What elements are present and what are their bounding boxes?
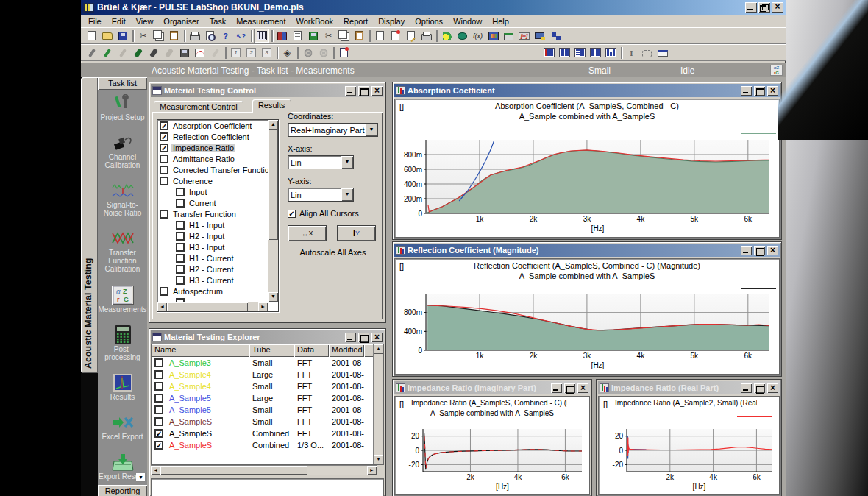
align-cursors-checkbox[interactable]: ✓: [288, 210, 296, 218]
report-edit-icon[interactable]: [403, 29, 419, 43]
task-item-measurements[interactable]: αZrGMeasurements: [98, 286, 147, 313]
balance-icon[interactable]: ◈: [280, 46, 295, 60]
close-button[interactable]: [767, 86, 778, 96]
open-icon[interactable]: [99, 29, 115, 43]
menu-edit[interactable]: Edit: [107, 16, 131, 26]
speaker-mute-icon[interactable]: [316, 46, 331, 60]
layout-single-icon[interactable]: [541, 46, 557, 60]
report-print-icon[interactable]: [419, 29, 434, 43]
result-item-checkbox[interactable]: ✓: [160, 144, 168, 152]
reflection-titlebar[interactable]: Reflection Coefficient (Magnitude): [394, 244, 780, 257]
table-row[interactable]: A_Sample5LargeFFT2001-08-21 ..: [152, 392, 383, 404]
scroll-thumb[interactable]: [167, 302, 248, 311]
table-row[interactable]: ✓A_SampleSCombinedFFT2001-08-21 ..: [152, 428, 383, 439]
layout-grid-icon[interactable]: [572, 46, 588, 60]
result-list-item[interactable]: H1 - Input: [157, 219, 278, 230]
result-list-item[interactable]: H1 - Current: [157, 252, 278, 263]
explorer-close-button[interactable]: [371, 333, 383, 342]
print-icon[interactable]: [187, 29, 202, 43]
scroll-left-arrow[interactable]: ◄: [157, 302, 167, 311]
pin-disabled-icon[interactable]: [115, 46, 130, 60]
minimize-button[interactable]: [745, 2, 757, 13]
clipboard-new-icon[interactable]: [336, 46, 352, 60]
multimedia-icon[interactable]: [485, 29, 501, 43]
task-list-button[interactable]: Task list: [98, 77, 147, 90]
menu-view[interactable]: View: [131, 16, 159, 26]
paste-measurement-icon[interactable]: [352, 29, 367, 43]
scroll-left-arrow[interactable]: ◄: [151, 466, 160, 475]
result-item-checkbox[interactable]: ✓: [160, 121, 168, 130]
copy-measurement-icon[interactable]: [336, 29, 352, 43]
result-item-checkbox[interactable]: [176, 232, 185, 241]
row-checkbox[interactable]: [154, 417, 163, 426]
result-list-item[interactable]: Admittance Ratio: [157, 153, 278, 164]
result-list-item[interactable]: Corrected Transfer Function: [157, 164, 278, 175]
title-bar[interactable]: Brüel & Kjær - PULSE LabShop BKUNI_Demo.…: [81, 0, 786, 15]
menu-workbook[interactable]: WorkBook: [291, 16, 339, 26]
minimize-button[interactable]: [741, 246, 752, 255]
report-add-icon[interactable]: [388, 29, 403, 43]
result-list-item[interactable]: ✓Reflection Coefficient: [157, 131, 278, 142]
maximize-button[interactable]: [564, 383, 575, 393]
explorer-maximize-button[interactable]: [358, 333, 369, 342]
cursor-2-icon[interactable]: 2: [243, 46, 259, 60]
task-item-post-processing[interactable]: Post-processing: [98, 325, 147, 361]
impedance-real-titlebar[interactable]: Impedance Ratio (Real Part): [598, 381, 780, 394]
save-setup-icon[interactable]: [177, 46, 192, 60]
result-item-checkbox[interactable]: [176, 243, 185, 252]
result-item-checkbox[interactable]: ✓: [160, 132, 168, 141]
flag-green-icon[interactable]: [130, 46, 146, 60]
explorer-vscrollbar[interactable]: ▲▼: [373, 344, 383, 464]
column-header-tube[interactable]: Tube: [249, 344, 294, 357]
explorer-minimize-button[interactable]: [345, 333, 356, 342]
menu-window[interactable]: Window: [448, 16, 487, 26]
flag-dark-icon[interactable]: [146, 46, 161, 60]
task-group-tab[interactable]: Acoustic Material Testing: [81, 77, 98, 373]
result-list-item[interactable]: ✓Impedance Ratio: [157, 142, 278, 153]
cart-icon[interactable]: [501, 29, 516, 43]
context-help-icon[interactable]: ↖?: [233, 29, 249, 43]
print-preview-icon[interactable]: [202, 29, 218, 43]
menu-organiser[interactable]: Organiser: [158, 16, 204, 26]
cut-measurement-icon[interactable]: ✂: [321, 29, 336, 43]
task-item-signal-to-noise-ratio[interactable]: Signal-to-Noise Ratio: [98, 181, 147, 217]
notes-icon[interactable]: [290, 29, 305, 43]
save-measurement-icon[interactable]: [305, 29, 321, 43]
cursor-1-icon[interactable]: 1: [228, 46, 243, 60]
table-row[interactable]: A_Sample4SmallFFT2001-08-21 ..: [152, 380, 383, 392]
control-minimize-button[interactable]: [345, 86, 356, 96]
task-item-transfer-function-calibration[interactable]: Transfer Function Calibration: [98, 229, 147, 273]
sample-table[interactable]: NameTubeDataModifiedA_Sample3SmallFFT200…: [151, 344, 384, 465]
table-row[interactable]: A_Sample3SmallFFT2001-08-21 ..: [152, 357, 383, 369]
result-item-checkbox[interactable]: [176, 265, 185, 274]
layout-two-icon[interactable]: [557, 46, 572, 60]
minimize-button[interactable]: [741, 86, 752, 96]
scroll-right-arrow[interactable]: ►: [258, 302, 268, 311]
xaxis-dropdown[interactable]: Lin ▼: [288, 155, 354, 169]
result-checkbox-list[interactable]: ✓Absorption Coefficient✓Reflection Coeff…: [157, 119, 279, 312]
result-item-checkbox[interactable]: [176, 254, 185, 263]
help-icon[interactable]: ?: [218, 29, 233, 43]
result-list-item[interactable]: Coherence: [157, 175, 278, 186]
scroll-up-arrow[interactable]: ▲: [374, 344, 383, 354]
task-scroll-down-button[interactable]: ▼: [136, 473, 146, 482]
monitor-chart-icon[interactable]: [192, 46, 207, 60]
table-row[interactable]: ✓A_SampleSCombined1/3 O...2001-08-21 ..: [152, 439, 383, 451]
result-item-checkbox[interactable]: [176, 188, 185, 196]
table-row[interactable]: A_Sample4LargeFFT2001-08-21 ..: [152, 369, 383, 380]
result-list-item[interactable]: Current: [157, 197, 278, 208]
ibeam-cursor-icon[interactable]: I: [624, 46, 639, 60]
task-item-project-setup[interactable]: Project Setup: [98, 93, 147, 121]
close-button[interactable]: [767, 246, 778, 255]
menu-options[interactable]: Options: [410, 16, 448, 26]
result-list-item[interactable]: H3 - Input: [157, 241, 278, 252]
result-list-item[interactable]: Transfer Function: [157, 208, 278, 219]
minimize-button[interactable]: [551, 383, 562, 393]
result-list-item[interactable]: H2 - Current: [157, 263, 278, 274]
result-item-checkbox[interactable]: [160, 177, 168, 185]
report-new-icon[interactable]: [372, 29, 388, 43]
close-button[interactable]: [767, 383, 778, 393]
paste-icon[interactable]: [166, 29, 182, 43]
row-checkbox[interactable]: ✓: [154, 441, 163, 450]
co-icon[interactable]: [∞]: [516, 29, 532, 43]
